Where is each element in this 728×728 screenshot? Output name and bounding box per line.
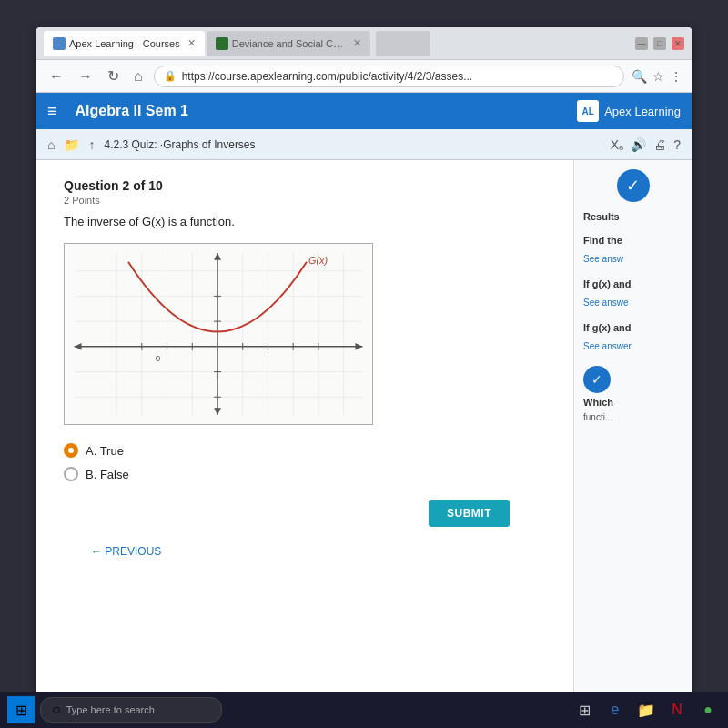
tab-apex[interactable]: Apex Learning - Courses ✕ (44, 31, 205, 56)
tab-bar: Apex Learning - Courses ✕ Deviance and S… (44, 31, 628, 56)
bottom-nav: ← PREVIOUS (64, 527, 546, 576)
maximize-button[interactable]: □ (653, 37, 666, 50)
home-quiz-icon[interactable]: ⌂ (47, 137, 55, 152)
sidebar-find-title: Find the (583, 235, 682, 246)
sidebar-which-text: functi... (583, 411, 682, 424)
audio-icon[interactable]: 🔊 (631, 137, 646, 152)
apex-favicon (53, 37, 66, 50)
desktop: Apex Learning - Courses ✕ Deviance and S… (0, 0, 728, 728)
tab-apex-label: Apex Learning - Courses (69, 38, 180, 49)
quiz-toolbar: ⌂ 📁 ↑ 4.2.3 Quiz: ·Graphs of Inverses Xₐ… (36, 129, 692, 160)
translate-icon[interactable]: Xₐ (611, 137, 623, 152)
chrome-icon[interactable]: ● (695, 697, 721, 723)
address-actions: 🔍 ☆ ⋮ (632, 69, 682, 84)
sidebar-if1-link[interactable]: See answe (583, 298, 628, 308)
tab-deviance[interactable]: Deviance and Social Con... ✕ (207, 31, 370, 56)
sidebar-check-icon: ✓ (617, 169, 650, 202)
apex-toolbar-title: Algebra II Sem 1 (76, 103, 189, 119)
tab-deviance-label: Deviance and Social Con... (232, 38, 346, 49)
sidebar-if2-link[interactable]: See answer (583, 341, 632, 351)
tab-deviance-close[interactable]: ✕ (353, 37, 361, 49)
deviance-favicon (216, 37, 228, 50)
question-text: The inverse of G(x) is a function. (64, 215, 546, 228)
task-view-icon[interactable]: ⊞ (571, 697, 597, 723)
sidebar-results-title: Results (583, 211, 682, 222)
start-button[interactable]: ⊞ (7, 696, 35, 723)
answer-choices: A. True B. False (64, 443, 546, 481)
close-button[interactable]: ✕ (672, 37, 684, 50)
right-sidebar: ✓ Results Find the See answ If g(x) and … (573, 160, 692, 692)
sidebar-if1-title: If g(x) and (583, 278, 682, 289)
search-icon: ○ (52, 702, 61, 718)
menu-icon[interactable]: ⋮ (670, 69, 682, 84)
answer-choice-b[interactable]: B. False (64, 467, 546, 481)
upload-icon[interactable]: ↑ (88, 137, 95, 152)
apex-menu-button[interactable]: ≡ (47, 102, 57, 121)
sidebar-which: ✓ Which functi... (583, 366, 682, 424)
quiz-title: 4.2.3 Quiz: ·Graphs of Inverses (104, 138, 601, 151)
address-input[interactable]: 🔒 https://course.apexlearning.com/public… (154, 66, 624, 87)
apex-logo-text: Apex Learning (604, 105, 681, 118)
title-bar: Apex Learning - Courses ✕ Deviance and S… (36, 27, 692, 60)
apex-toolbar: ≡ Algebra II Sem 1 AL Apex Learning (36, 93, 692, 129)
sidebar-if2: If g(x) and See answer (583, 322, 682, 353)
submit-area: SUBMIT (64, 500, 546, 527)
back-button[interactable]: ← (46, 66, 67, 86)
quiz-actions: Xₐ 🔊 🖨 ? (611, 137, 681, 152)
home-button[interactable]: ⌂ (130, 66, 147, 86)
empty-tab (376, 31, 430, 56)
radio-a[interactable] (64, 443, 78, 458)
taskbar-icons: ⊞ e 📁 N ● (571, 697, 721, 723)
sidebar-results: Results (583, 211, 682, 222)
graph-svg: G(x) 0 (65, 244, 372, 424)
previous-button[interactable]: ← PREVIOUS (91, 545, 519, 558)
window-controls: — □ ✕ (635, 37, 684, 50)
netflix-icon[interactable]: N (664, 697, 690, 723)
forward-button[interactable]: → (75, 66, 96, 86)
apex-logo-icon: AL (577, 100, 599, 122)
question-points: 2 Points (64, 195, 546, 206)
apex-logo: AL Apex Learning (577, 100, 681, 122)
answer-a-label: A. True (86, 444, 124, 458)
lock-icon: 🔒 (164, 70, 177, 82)
main-content: Question 2 of 10 2 Points The inverse of… (36, 160, 573, 692)
taskbar-search[interactable]: ○ Type here to search (40, 697, 222, 723)
tab-apex-close[interactable]: ✕ (187, 37, 196, 49)
submit-button[interactable]: SUBMIT (429, 500, 510, 527)
sidebar-which-checkicon: ✓ (583, 366, 611, 393)
explorer-icon[interactable]: 📁 (633, 697, 659, 723)
search-icon[interactable]: 🔍 (632, 69, 647, 84)
svg-text:0: 0 (156, 353, 161, 363)
bookmark-icon[interactable]: ☆ (652, 69, 664, 84)
sidebar-which-title: Which (583, 397, 682, 408)
sidebar-if2-title: If g(x) and (583, 322, 682, 333)
edge-icon[interactable]: e (602, 697, 628, 723)
question-number: Question 2 of 10 (64, 178, 546, 193)
sidebar-find-link[interactable]: See answ (583, 254, 623, 264)
browser-window: Apex Learning - Courses ✕ Deviance and S… (36, 27, 692, 692)
radio-a-inner (68, 448, 74, 453)
radio-b[interactable] (64, 467, 78, 481)
print-icon[interactable]: 🖨 (653, 137, 666, 152)
refresh-button[interactable]: ↻ (104, 66, 123, 86)
svg-text:G(x): G(x) (308, 255, 328, 266)
taskbar: ⊞ ○ Type here to search ⊞ e 📁 N ● (0, 692, 728, 728)
address-bar: ← → ↻ ⌂ 🔒 https://course.apexlearning.co… (36, 60, 692, 93)
sidebar-if1: If g(x) and See answe (583, 278, 682, 309)
address-text: https://course.apexlearning.com/public/a… (182, 70, 473, 83)
content-area: Question 2 of 10 2 Points The inverse of… (36, 160, 692, 692)
minimize-button[interactable]: — (635, 37, 648, 50)
folder-icon[interactable]: 📁 (64, 137, 79, 152)
answer-choice-a[interactable]: A. True (64, 443, 546, 458)
answer-b-label: B. False (86, 468, 129, 481)
sidebar-find: Find the See answ (583, 235, 682, 266)
taskbar-search-text: Type here to search (66, 704, 155, 715)
question-header: Question 2 of 10 2 Points (64, 178, 546, 206)
help-icon[interactable]: ? (673, 137, 681, 152)
graph-container: G(x) 0 (64, 243, 373, 425)
